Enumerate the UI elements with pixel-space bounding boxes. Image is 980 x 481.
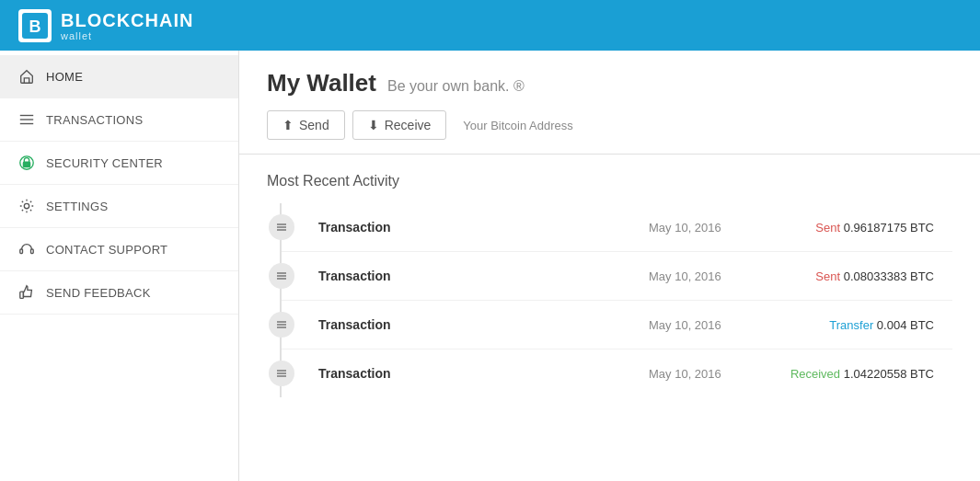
transaction-amount: Received 1.04220558 BTC bbox=[768, 367, 934, 381]
sidebar-item-settings[interactable]: SETTINGS bbox=[0, 185, 238, 228]
sidebar-item-send-feedback[interactable]: SEND FEEDBACK bbox=[0, 271, 238, 315]
sidebar-item-transactions[interactable]: TRANSACTIONS bbox=[0, 98, 238, 142]
transaction-content: TransactionMay 10, 2016Sent 0.08033383 B… bbox=[318, 269, 934, 283]
table-row[interactable]: TransactionMay 10, 2016Sent 0.96187175 B… bbox=[282, 203, 952, 252]
headphone-icon bbox=[18, 241, 35, 258]
transaction-label: Transaction bbox=[318, 366, 649, 381]
sidebar-item-home-label: HOME bbox=[46, 70, 83, 84]
transaction-amount-value: 0.004 BTC bbox=[877, 318, 934, 332]
transaction-date: May 10, 2016 bbox=[649, 221, 741, 235]
main-content: My Wallet Be your own bank. ® ⬆ Send ⬇ R… bbox=[239, 51, 980, 481]
sidebar-item-settings-label: SETTINGS bbox=[46, 200, 108, 213]
lock-icon bbox=[18, 155, 35, 171]
header: B BLOCKCHAIN wallet bbox=[0, 0, 980, 51]
receive-label: Receive bbox=[385, 118, 432, 132]
transaction-content: TransactionMay 10, 2016Received 1.042205… bbox=[318, 366, 934, 381]
transaction-content: TransactionMay 10, 2016Sent 0.96187175 B… bbox=[318, 220, 934, 235]
wallet-title: My Wallet Be your own bank. ® bbox=[267, 69, 952, 97]
transaction-icon bbox=[269, 263, 294, 289]
brand-subtitle: wallet bbox=[61, 30, 193, 41]
svg-rect-11 bbox=[20, 292, 24, 298]
transaction-amount: Sent 0.96187175 BTC bbox=[768, 221, 934, 235]
main-layout: HOME TRANSACTIONS SECURIT bbox=[0, 51, 980, 481]
transaction-status: Sent bbox=[815, 221, 840, 235]
svg-text:B: B bbox=[29, 17, 41, 36]
receive-button[interactable]: ⬇ Receive bbox=[352, 110, 447, 140]
thumbs-up-icon bbox=[18, 284, 35, 301]
sidebar-item-feedback-label: SEND FEEDBACK bbox=[46, 286, 151, 300]
transaction-status: Transfer bbox=[829, 318, 873, 332]
svg-rect-9 bbox=[20, 249, 23, 254]
transaction-amount-value: 1.04220558 BTC bbox=[844, 367, 934, 381]
logo-text: BLOCKCHAIN wallet bbox=[61, 10, 193, 41]
brand-name: BLOCKCHAIN bbox=[61, 10, 193, 30]
transaction-list: TransactionMay 10, 2016Sent 0.96187175 B… bbox=[280, 203, 952, 397]
transaction-label: Transaction bbox=[318, 269, 649, 283]
send-label: Send bbox=[299, 118, 329, 132]
transaction-amount: Transfer 0.004 BTC bbox=[768, 318, 934, 332]
transaction-amount-value: 0.96187175 BTC bbox=[844, 221, 934, 235]
transaction-content: TransactionMay 10, 2016Transfer 0.004 BT… bbox=[318, 317, 934, 332]
send-button[interactable]: ⬆ Send bbox=[267, 110, 345, 140]
activity-section: Most Recent Activity TransactionMay 10, … bbox=[239, 155, 980, 416]
sidebar-item-contact-label: CONTACT SUPPORT bbox=[46, 243, 167, 257]
svg-point-7 bbox=[26, 164, 28, 166]
logo-container: B BLOCKCHAIN wallet bbox=[18, 9, 193, 42]
transaction-date: May 10, 2016 bbox=[649, 269, 741, 283]
transaction-date: May 10, 2016 bbox=[649, 318, 741, 332]
table-row[interactable]: TransactionMay 10, 2016Transfer 0.004 BT… bbox=[282, 301, 952, 349]
sidebar-item-security-center[interactable]: SECURITY CENTER bbox=[0, 142, 238, 185]
table-row[interactable]: TransactionMay 10, 2016Sent 0.08033383 B… bbox=[282, 252, 952, 301]
transaction-status: Sent bbox=[815, 269, 840, 283]
logo-icon: B bbox=[18, 9, 52, 42]
transaction-icon bbox=[269, 361, 294, 386]
receive-icon: ⬇ bbox=[368, 118, 379, 132]
content-header: My Wallet Be your own bank. ® ⬆ Send ⬇ R… bbox=[239, 51, 980, 155]
transaction-amount-value: 0.08033383 BTC bbox=[844, 269, 934, 283]
svg-rect-10 bbox=[31, 249, 34, 254]
sidebar-item-transactions-label: TRANSACTIONS bbox=[46, 113, 143, 127]
transactions-icon bbox=[18, 111, 35, 128]
activity-title: Most Recent Activity bbox=[267, 173, 952, 189]
sidebar-item-home[interactable]: HOME bbox=[0, 55, 238, 98]
transaction-amount: Sent 0.08033383 BTC bbox=[768, 269, 934, 283]
home-icon bbox=[18, 68, 35, 85]
transaction-icon bbox=[269, 312, 294, 338]
bitcoin-address-link[interactable]: Your Bitcoin Address bbox=[454, 112, 582, 139]
sidebar-item-security-label: SECURITY CENTER bbox=[46, 156, 163, 170]
sidebar-item-contact-support[interactable]: CONTACT SUPPORT bbox=[0, 228, 238, 271]
transaction-status: Received bbox=[790, 367, 840, 381]
wallet-title-text: My Wallet bbox=[267, 69, 376, 97]
transaction-label: Transaction bbox=[318, 220, 649, 235]
gear-icon bbox=[18, 198, 35, 214]
sidebar: HOME TRANSACTIONS SECURIT bbox=[0, 51, 239, 481]
svg-point-8 bbox=[24, 203, 29, 208]
transaction-label: Transaction bbox=[318, 317, 649, 332]
table-row[interactable]: TransactionMay 10, 2016Received 1.042205… bbox=[282, 349, 952, 397]
action-buttons: ⬆ Send ⬇ Receive Your Bitcoin Address bbox=[267, 110, 952, 140]
transaction-icon bbox=[269, 214, 294, 240]
send-icon: ⬆ bbox=[282, 118, 294, 132]
transaction-date: May 10, 2016 bbox=[649, 367, 741, 381]
wallet-subtitle: Be your own bank. ® bbox=[387, 78, 525, 95]
